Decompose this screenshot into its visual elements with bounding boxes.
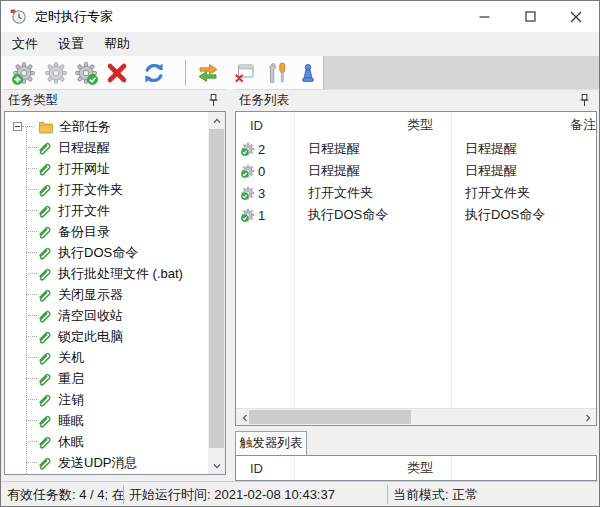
tree-root-all-tasks[interactable]: 全部任务 [5,116,208,137]
status-start-time: 开始运行时间: 2021-02-08 10:43:37 [129,486,335,504]
tree-item[interactable]: 重启 [5,368,208,389]
app-window: 定时执行专家 文件设置帮助 [0,0,600,507]
gear-check-icon [241,186,255,200]
trigger-list-header: ID类型 [236,456,596,480]
menu-item[interactable]: 帮助 [95,32,139,56]
gear-check-icon [74,61,98,85]
paperclip-icon [37,266,53,282]
add-task-button[interactable] [11,60,37,86]
table-row[interactable]: 2 日程提醒 日程提醒 [236,138,596,160]
task-list-body: 2 日程提醒 日程提醒 0 日程提醒 日程提醒 [236,138,596,226]
red-x-icon [105,61,129,85]
toolbar [1,56,599,89]
swap-tasks-button[interactable] [195,60,221,86]
column-header[interactable]: 类型 [393,116,570,134]
tree-item[interactable]: 发送UDP消息 [5,452,208,473]
task-types-panel-header: 任务类型 [2,89,227,111]
tree-item[interactable]: 休眠 [5,431,208,452]
paperclip-icon [37,434,53,450]
gear-check-icon [241,142,255,156]
maximize-button[interactable] [507,1,553,32]
wrench-screwdriver-icon [266,61,290,85]
window-title: 定时执行专家 [35,8,113,26]
tree-item[interactable]: 打开文件夹 [5,179,208,200]
paperclip-icon [37,245,53,261]
status-divider [387,485,388,504]
menu-bar: 文件设置帮助 [1,32,599,56]
column-header[interactable]: 类型 [393,459,596,477]
paperclip-icon [37,392,53,408]
maximize-icon [525,11,536,22]
enable-task-button[interactable] [73,60,99,86]
menu-item[interactable]: 文件 [3,32,47,56]
status-divider [123,485,124,504]
menu-item[interactable]: 设置 [49,32,93,56]
task-types-title: 任务类型 [8,92,58,109]
paperclip-icon [37,224,53,240]
title-bar: 定时执行专家 [1,1,599,32]
tree-item[interactable]: 关闭显示器 [5,284,208,305]
paperclip-icon [37,161,53,177]
gear-plus-icon [12,61,36,85]
table-row[interactable]: 1 执行DOS命令 执行DOS命令 [236,204,596,226]
column-header[interactable]: ID [236,461,393,476]
toolbar-band [1,56,324,89]
tree-item[interactable]: 执行DOS命令 [5,242,208,263]
tree-item[interactable]: 锁定此电脑 [5,326,208,347]
minimize-button[interactable] [461,1,507,32]
tree-vertical-scrollbar[interactable] [208,112,225,474]
window-close-icon [232,61,256,85]
close-button[interactable] [553,1,599,32]
edit-task-button[interactable] [43,60,69,86]
collapse-expander[interactable] [13,122,22,131]
tree-item[interactable]: 打开文件 [5,200,208,221]
close-task-window-button[interactable] [231,60,257,86]
tree-item[interactable]: 注销 [5,389,208,410]
delete-task-button[interactable] [104,60,130,86]
paperclip-icon [37,371,53,387]
tree-item[interactable]: 打开网址 [5,158,208,179]
refresh-icon [142,61,166,85]
task-list-header: ID类型备注 [236,112,596,138]
tools-button[interactable] [263,60,293,86]
table-row[interactable]: 0 日程提醒 日程提醒 [236,160,596,182]
table-row[interactable]: 3 打开文件夹 打开文件夹 [236,182,596,204]
paperclip-icon [37,413,53,429]
paperclip-icon [37,455,53,471]
paperclip-icon [37,308,53,324]
tree-item[interactable]: 执行批处理文件 (.bat) [5,263,208,284]
tree-item[interactable]: 睡眠 [5,410,208,431]
paperclip-icon [37,350,53,366]
tree-item[interactable]: 日程提醒 [5,137,208,158]
minimize-icon [479,11,490,22]
column-header[interactable]: ID [236,118,393,133]
task-list-title: 任务列表 [239,92,289,109]
app-clock-icon [10,8,27,25]
tree-root-label: 全部任务 [59,118,111,136]
about-button[interactable] [297,60,319,86]
close-icon [570,11,582,23]
tree-scroll-thumb[interactable] [209,129,224,448]
refresh-button[interactable] [141,60,167,86]
swap-arrows-icon [196,61,220,85]
scroll-right-arrow-icon[interactable] [579,409,596,426]
pin-icon[interactable] [207,93,220,108]
hscroll-thumb[interactable] [249,410,411,424]
column-header[interactable]: 备注 [570,116,596,134]
pin-icon[interactable] [578,93,591,108]
scroll-up-arrow-icon[interactable] [208,112,225,129]
paperclip-icon [37,182,53,198]
tree-item[interactable]: 清空回收站 [5,305,208,326]
task-list-horizontal-scrollbar[interactable] [236,408,596,425]
tree-item[interactable]: 备份目录 [5,221,208,242]
status-bar: 有效任务数: 4 / 4; 在 开始运行时间: 2021-02-08 10:43… [1,481,599,506]
tree-item[interactable]: 自动截屏 [5,473,208,475]
scroll-down-arrow-icon[interactable] [208,457,225,474]
task-types-tree: 全部任务 日程提醒 打开网址 [4,111,226,475]
gear-check-icon [241,164,255,178]
tab-trigger-list[interactable]: 触发器列表 [235,431,307,455]
paperclip-icon [37,140,53,156]
tree-item[interactable]: 关机 [5,347,208,368]
gear-check-icon [241,208,255,222]
folder-icon [38,119,54,135]
